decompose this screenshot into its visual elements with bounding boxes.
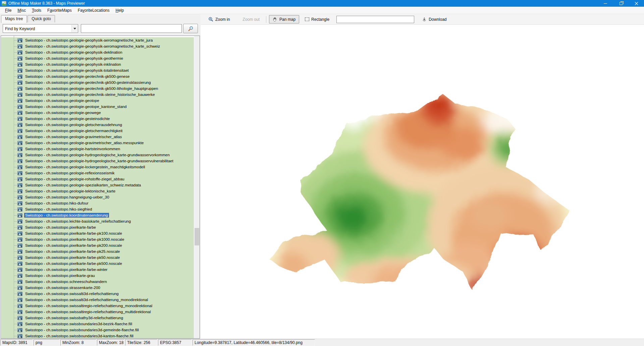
tree-item[interactable]: Swisstopo - ch.swisstopo.geologie-reflex…	[1, 170, 194, 176]
status-bar: MapsID: 3891pngMinZoom: 8MaxZoom: 18Tile…	[0, 339, 644, 346]
tree-item[interactable]: Swisstopo - ch.swisstopo.swissaltiregio-…	[1, 309, 194, 315]
map-layer-icon	[17, 298, 22, 302]
tree-item-label: Swisstopo - ch.swisstopo.swissaltiregio-…	[24, 303, 153, 308]
tree-item[interactable]: Swisstopo - ch.swisstopo.pixelkarte-farb…	[1, 242, 194, 248]
combo-dropdown-button[interactable]	[71, 25, 77, 32]
tree-item[interactable]: Swisstopo - ch.swisstopo.geologie-hartst…	[1, 146, 194, 152]
tree-item[interactable]: Swisstopo - ch.swisstopo.pixelkarte-farb…	[1, 230, 194, 236]
menu-favoritemaps[interactable]: FavoriteMaps	[44, 7, 75, 14]
tree-item[interactable]: Swisstopo - ch.swisstopo.geologie-gestei…	[1, 116, 194, 122]
tree-item[interactable]: Swisstopo - ch.swisstopo.geologie-hydrog…	[1, 158, 194, 164]
tree-item[interactable]: Swisstopo - ch.swisstopo.pixelkarte-farb…	[1, 248, 194, 254]
tree-item[interactable]: Swisstopo - ch.swisstopo.swissboundaries…	[1, 327, 194, 333]
minimize-button[interactable]	[598, 0, 613, 7]
tree-connector	[14, 294, 17, 294]
tree-item[interactable]: Swisstopo - ch.swisstopo.hiks-siegfried	[1, 206, 194, 212]
tree-item[interactable]: Swisstopo - ch.swisstopo.hiks-dufour	[1, 200, 194, 206]
search-button[interactable]	[183, 24, 198, 33]
menu-tools[interactable]: Tools	[29, 7, 44, 14]
map-viewport[interactable]	[201, 25, 644, 339]
tree-item[interactable]: Swisstopo - ch.swisstopo.geologie-geotec…	[1, 85, 194, 92]
tree-item[interactable]: Swisstopo - ch.swisstopo.geologie-geotec…	[1, 79, 194, 85]
tab-maps-tree[interactable]: Maps tree	[1, 15, 27, 23]
tree-item[interactable]: Swisstopo - ch.swisstopo.geologie-geophy…	[1, 49, 194, 55]
menu-help[interactable]: Help	[113, 7, 127, 14]
tree-item[interactable]: Swisstopo - ch.swisstopo.geologie-tekton…	[1, 188, 194, 194]
tree-item[interactable]: Swisstopo - ch.swisstopo.geologie-gletsc…	[1, 122, 194, 128]
tab-quick-goto[interactable]: Quick goto	[28, 15, 55, 22]
tree-item[interactable]: Swisstopo - ch.swisstopo.swissboundaries…	[1, 321, 194, 327]
tree-item[interactable]: Swisstopo - ch.swisstopo.pixelkarte-farb…	[1, 267, 194, 273]
tree-item[interactable]: Swisstopo - ch.swisstopo.swissboundaries…	[1, 333, 194, 339]
tree-item[interactable]: Swisstopo - ch.swisstopo.pixelkarte-farb…	[1, 254, 194, 261]
tree-item[interactable]: Swisstopo - ch.swisstopo.hangneigung-ueb…	[1, 194, 194, 200]
tree-item[interactable]: Swisstopo - ch.swisstopo.pixelkarte-farb…	[1, 236, 194, 242]
tree-item[interactable]: Swisstopo - ch.swisstopo.geologie-geophy…	[1, 61, 194, 67]
tree-item[interactable]: Swisstopo - ch.swisstopo.pixelkarte-grau	[1, 273, 194, 279]
download-icon	[422, 17, 427, 22]
tree-item[interactable]: Swisstopo - ch.swisstopo.schneeschuhwand…	[1, 279, 194, 285]
tree-item-label: Swisstopo - ch.swisstopo.schneeschuhwand…	[24, 279, 108, 284]
close-button[interactable]	[629, 0, 644, 7]
tree-connector	[14, 58, 17, 59]
tree-item[interactable]: Swisstopo - ch.swisstopo.leichte-basiska…	[1, 218, 194, 224]
tree-connector	[14, 137, 17, 137]
tree-item[interactable]: Swisstopo - ch.swisstopo.geologie-locker…	[1, 164, 194, 170]
scrollbar-thumb[interactable]	[195, 228, 199, 245]
tree-item[interactable]: Swisstopo - ch.swisstopo.geologie-gravim…	[1, 134, 194, 140]
tree-item-label: Swisstopo - ch.swisstopo.swissboundaries…	[24, 322, 133, 326]
tree-item[interactable]: Swisstopo - ch.swisstopo.pixelkarte-farb…	[1, 224, 194, 230]
toolbar-input[interactable]	[336, 16, 414, 23]
restore-button[interactable]	[613, 0, 629, 7]
search-mode-select[interactable]: Find by Keyword	[3, 24, 78, 33]
tree-connector	[14, 251, 17, 252]
search-input[interactable]	[81, 24, 182, 33]
tree-item[interactable]: Swisstopo - ch.swisstopo.geologie-geophy…	[1, 55, 194, 61]
tree-item-label: Swisstopo - ch.swisstopo.pixelkarte-farb…	[24, 243, 123, 248]
tree-connector	[14, 245, 17, 246]
zoom-in-button[interactable]: Zoom in	[205, 15, 233, 23]
pan-map-button[interactable]: Pan map	[269, 15, 299, 23]
tree-connector	[14, 197, 17, 197]
tree-connector	[14, 76, 17, 77]
tree-item[interactable]: Swisstopo - ch.swisstopo.geologie-geotop…	[1, 98, 194, 104]
map-layer-icon	[17, 274, 22, 278]
tree-item[interactable]: Swisstopo - ch.swisstopo.geologie-rohsto…	[1, 176, 194, 182]
tree-item[interactable]: Swisstopo - ch.swisstopo.geologie-geophy…	[1, 37, 194, 43]
tree-item[interactable]: Swisstopo - ch.swisstopo.geologie-geotop…	[1, 104, 194, 110]
tree-item[interactable]: Swisstopo - ch.swisstopo.geologie-geotec…	[1, 92, 194, 98]
download-button[interactable]: Download	[418, 15, 450, 23]
menu-file[interactable]: File	[2, 7, 14, 14]
tree-vertical-scrollbar[interactable]	[194, 36, 200, 338]
menu-bar: FileMiscToolsFavoriteMapsFavoriteLocatio…	[0, 7, 644, 14]
tree-item[interactable]: Swisstopo - ch.swisstopo.koordinatenaend…	[1, 212, 194, 218]
rectangle-label: Rectangle	[311, 17, 329, 22]
tree-item[interactable]: Swisstopo - ch.swisstopo.geologie-spezia…	[1, 182, 194, 188]
tree-item[interactable]: Swisstopo - ch.swisstopo.pixelkarte-farb…	[1, 261, 194, 267]
tree-connector	[14, 300, 17, 300]
tree-item[interactable]: Swisstopo - ch.swisstopo.geologie-hydrog…	[1, 152, 194, 158]
zoom-in-icon	[208, 17, 213, 22]
map-layer-icon	[17, 177, 22, 181]
tree-item[interactable]: Swisstopo - ch.swisstopo.swissaltiregio-…	[1, 303, 194, 309]
tree-item[interactable]: Swisstopo - ch.swisstopo.strassenkarte-2…	[1, 285, 194, 291]
tree-item[interactable]: Swisstopo - ch.swisstopo.geologie-gletsc…	[1, 128, 194, 134]
rectangle-button[interactable]: Rectangle	[301, 15, 333, 23]
zoom-out-button[interactable]: Zoom out	[239, 15, 263, 23]
tree-item[interactable]: Swisstopo - ch.swisstopo.geologie-gravim…	[1, 140, 194, 146]
app-icon	[2, 1, 6, 6]
tree-item[interactable]: Swisstopo - ch.swisstopo.swissbathy3d-re…	[1, 315, 194, 321]
tree-item[interactable]: Swisstopo - ch.swisstopo.geologie-geotec…	[1, 73, 194, 79]
map-layer-icon	[17, 316, 22, 320]
tree-item-label: Swisstopo - ch.swisstopo.geologie-geophy…	[24, 56, 124, 61]
tree-item[interactable]: Swisstopo - ch.swisstopo.geologie-geoweg…	[1, 110, 194, 116]
menu-favoritelocations[interactable]: FavoriteLocations	[75, 7, 113, 14]
menu-misc[interactable]: Misc	[14, 7, 29, 14]
tree-connector	[14, 209, 17, 210]
tree-item[interactable]: Swisstopo - ch.swisstopo.geologie-geophy…	[1, 43, 194, 49]
tree-item[interactable]: Swisstopo - ch.swisstopo.swissalti3d-rel…	[1, 297, 194, 303]
tree-item[interactable]: Swisstopo - ch.swisstopo.geologie-geophy…	[1, 67, 194, 73]
tree-item[interactable]: Swisstopo - ch.swisstopo.swissalti3d-rel…	[1, 291, 194, 297]
tree-item-label: Swisstopo - ch.swisstopo.geologie-gestei…	[24, 116, 111, 121]
tree-item-label: Swisstopo - ch.swisstopo.leichte-basiska…	[24, 219, 132, 224]
